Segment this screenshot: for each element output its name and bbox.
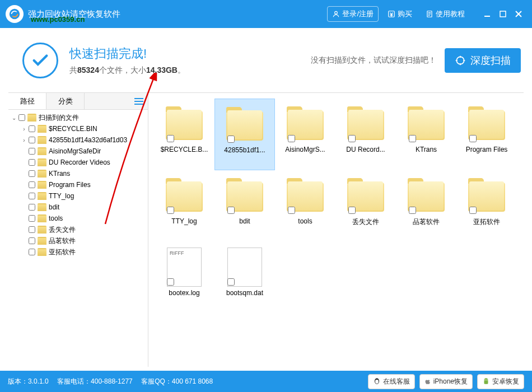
expand-icon[interactable]: › [21,126,27,132]
file-item[interactable]: bootsqm.dat [214,242,275,314]
item-checkbox[interactable] [167,278,174,286]
tree-checkbox[interactable] [29,125,35,132]
item-checkbox[interactable] [227,278,235,286]
item-checkbox[interactable] [348,207,356,214]
tree-checkbox[interactable] [29,226,35,233]
maximize-button[interactable] [495,7,511,21]
tree-checkbox[interactable] [29,170,35,177]
tree-item[interactable]: 丢失文件 [8,224,148,235]
item-checkbox[interactable] [409,207,416,214]
tree-checkbox[interactable] [29,148,35,155]
tree-item[interactable]: AisinoMgrSafeDir [8,146,148,157]
item-label: KTrans [399,146,453,153]
tree-item[interactable]: Program Files [8,179,148,190]
tree-checkbox[interactable] [29,204,35,211]
svg-point-8 [456,57,464,64]
item-checkbox[interactable] [469,207,477,214]
folder-item[interactable]: 丢失文件 [335,170,396,242]
watermark: www.pc0359.cn [31,15,85,24]
folder-item[interactable]: $RECYCLE.B... [154,99,214,170]
folder-item[interactable]: AisinoMgrS... [275,99,335,170]
folder-item[interactable]: 亚拓软件 [456,170,517,242]
hotline-text: 客服电话：400-888-1277 [57,377,133,386]
item-label: bootex.log [157,289,211,297]
target-icon [455,55,466,66]
online-service-button[interactable]: 在线客服 [368,374,415,389]
item-checkbox[interactable] [288,207,295,214]
tab-path[interactable]: 路径 [8,93,46,109]
tree-root[interactable]: ⌄ 扫描到的文件 [8,112,148,123]
tree-checkbox[interactable] [29,237,35,244]
folder-icon [27,114,36,122]
item-label: Program Files [460,146,514,153]
tree-checkbox[interactable] [29,193,35,199]
scan-summary: 快速扫描完成! 共85324个文件，大小14.33GB。 没有扫描到文件，试试深… [0,28,532,92]
item-checkbox[interactable] [288,135,295,142]
svg-rect-5 [500,11,506,17]
folder-item[interactable]: tools [275,170,335,242]
tree-label: KTrans [49,170,70,178]
item-checkbox[interactable] [348,135,356,142]
folder-item[interactable]: bdit [214,170,275,242]
minimize-button[interactable] [479,7,495,21]
item-checkbox[interactable] [469,135,477,142]
item-checkbox[interactable] [167,135,174,142]
tree-item[interactable]: tools [8,213,148,224]
tree-item[interactable]: 亚拓软件 [8,246,148,258]
folder-item[interactable]: KTrans [396,99,456,170]
tree-label: Program Files [49,181,91,189]
login-button[interactable]: 登录/注册 [327,6,379,22]
item-label: AisinoMgrS... [278,146,332,153]
tree-checkbox[interactable] [29,159,35,166]
svg-point-13 [485,379,486,380]
expand-icon[interactable]: › [21,137,27,143]
tree-item[interactable]: DU Recorder Videos [8,157,148,168]
close-button[interactable] [511,7,526,21]
item-checkbox[interactable] [227,136,235,143]
item-checkbox[interactable] [167,207,174,214]
folder-item[interactable]: TTY_log [154,170,214,242]
tree-item[interactable]: KTrans [8,168,148,179]
qq-text: 客服QQ：400 671 8068 [141,377,213,386]
folder-icon [38,181,46,189]
apple-icon [424,377,431,385]
tree-checkbox[interactable] [29,181,35,188]
menu-icon[interactable] [134,101,143,102]
tree-checkbox[interactable] [29,249,35,255]
item-label: 丢失文件 [339,217,393,227]
deep-scan-button[interactable]: 深度扫描 [445,48,521,73]
user-icon [332,10,340,18]
tree-item[interactable]: 品茗软件 [8,235,148,246]
android-recover-button[interactable]: 安卓恢复 [477,374,524,389]
tutorial-button[interactable]: 使用教程 [421,7,469,21]
folder-item[interactable]: DU Record... [335,99,396,170]
item-label: 品茗软件 [399,217,453,227]
qq-icon [373,377,381,385]
item-checkbox[interactable] [227,207,235,214]
folder-item[interactable]: 品茗软件 [396,170,456,242]
scan-stats: 共85324个文件，大小14.33GB。 [69,66,185,76]
tree-item[interactable]: ›42855b1df14a32d6af1d03 [8,134,148,146]
folder-item[interactable]: Program Files [456,99,517,170]
tree-root-checkbox[interactable] [18,114,25,121]
tree-label: DU Recorder Videos [49,158,110,166]
tree-checkbox[interactable] [29,137,35,143]
iphone-recover-button[interactable]: iPhone恢复 [419,374,473,389]
folder-icon [38,147,46,155]
file-item[interactable]: RIFFFbootex.log [154,242,214,314]
buy-button[interactable]: 购买 [383,7,417,21]
tree-item[interactable]: bdit [8,202,148,213]
footer: 版本：3.0.1.0 客服电话：400-888-1277 客服QQ：400 67… [0,371,532,392]
tree-checkbox[interactable] [29,215,35,222]
tree-item[interactable]: ›$RECYCLE.BIN [8,123,148,134]
folder-item[interactable]: 42855b1df1... [214,99,275,170]
item-checkbox[interactable] [409,135,416,142]
tab-category[interactable]: 分类 [46,93,85,109]
tree-item[interactable]: TTY_log [8,190,148,202]
tree-label: 亚拓软件 [49,248,76,257]
item-label: bootsqm.dat [218,289,272,297]
folder-icon [38,248,46,256]
collapse-icon[interactable]: ⌄ [11,115,17,121]
tree-label: AisinoMgrSafeDir [49,147,101,155]
folder-icon [38,214,46,222]
